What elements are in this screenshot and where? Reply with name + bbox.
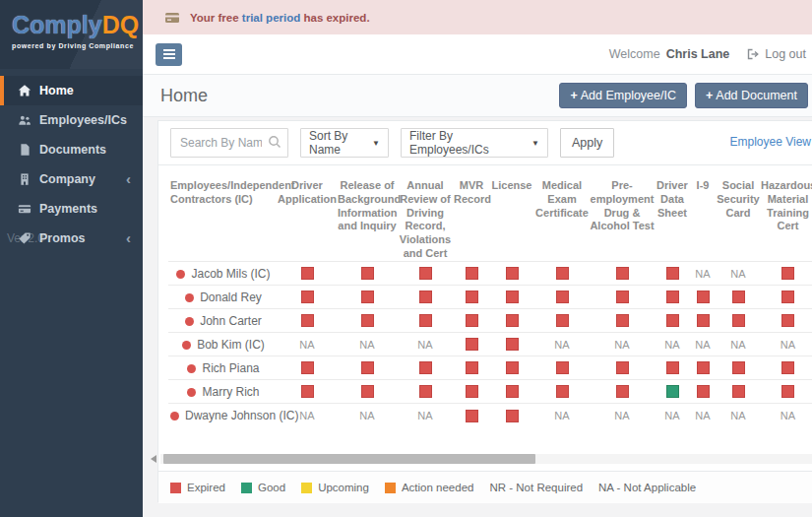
- status-square-expired[interactable]: [697, 385, 710, 398]
- status-square-expired[interactable]: [466, 314, 478, 327]
- status-cell: NA: [716, 332, 761, 355]
- plus-icon: +: [570, 89, 577, 102]
- na-value: NA: [781, 339, 795, 351]
- status-square-expired[interactable]: [506, 291, 519, 303]
- status-square-expired[interactable]: [556, 361, 569, 374]
- status-square-expired[interactable]: [506, 361, 519, 374]
- add-employee-button[interactable]: +Add Employee/IC: [559, 83, 687, 108]
- status-square-expired[interactable]: [556, 291, 569, 303]
- status-square-expired[interactable]: [419, 267, 432, 280]
- hamburger-menu-icon[interactable]: [156, 43, 182, 66]
- status-square-expired[interactable]: [506, 267, 519, 280]
- status-square-expired[interactable]: [419, 314, 432, 327]
- table-row: Jacob Mils (IC)NANA: [168, 261, 812, 285]
- status-square-expired[interactable]: [732, 385, 745, 398]
- status-square-expired[interactable]: [361, 385, 374, 398]
- status-square-expired[interactable]: [781, 291, 794, 303]
- status-square-expired[interactable]: [781, 361, 794, 374]
- employee-name-cell[interactable]: Marry Rich: [168, 379, 277, 403]
- trial-banner: Your free trial period has expired.: [143, 0, 812, 34]
- status-square-expired[interactable]: [781, 385, 794, 398]
- sidebar-item-payments[interactable]: Payments: [0, 194, 143, 224]
- status-square-expired[interactable]: [616, 314, 629, 327]
- sidebar-item-employees-ics[interactable]: Employees/ICs: [0, 105, 143, 135]
- status-cell: NA: [277, 332, 338, 355]
- status-square-expired[interactable]: [301, 314, 314, 327]
- status-square-expired[interactable]: [361, 267, 374, 280]
- sort-select[interactable]: Sort By Name ▼: [300, 128, 389, 158]
- status-dot-icon: [187, 364, 196, 373]
- status-square-expired[interactable]: [361, 314, 374, 327]
- legend-item-expired: Expired: [170, 482, 225, 493]
- employee-name: Marry Rich: [202, 385, 259, 399]
- status-square-expired[interactable]: [697, 361, 710, 374]
- employee-name-cell[interactable]: Jacob Mils (IC): [168, 261, 277, 285]
- status-square-expired[interactable]: [697, 291, 710, 303]
- employee-name-cell[interactable]: Dwayne Johnson (IC): [168, 403, 277, 426]
- status-square-expired[interactable]: [616, 291, 629, 303]
- compliance-table: Employees/Independent Contractors (IC)Dr…: [168, 165, 812, 426]
- employee-name-cell[interactable]: Donald Rey: [168, 285, 277, 308]
- sidebar-item-label: Promos: [39, 231, 86, 245]
- status-square-expired[interactable]: [301, 267, 314, 280]
- status-square-expired[interactable]: [666, 314, 679, 327]
- scrollbar-thumb[interactable]: [163, 454, 535, 464]
- logout-button[interactable]: Log out: [747, 47, 806, 61]
- status-square-expired[interactable]: [301, 291, 314, 303]
- apply-button[interactable]: Apply: [560, 128, 614, 158]
- add-document-button[interactable]: +Add Document: [695, 83, 808, 108]
- status-square-expired[interactable]: [419, 361, 432, 374]
- trial-period-link[interactable]: trial period: [242, 12, 300, 24]
- status-square-expired[interactable]: [466, 338, 478, 351]
- sidebar-item-home[interactable]: Home: [0, 76, 143, 105]
- status-square-expired[interactable]: [616, 361, 629, 374]
- status-square-good[interactable]: [666, 385, 679, 398]
- status-square-expired[interactable]: [556, 267, 569, 280]
- status-square-expired[interactable]: [666, 291, 679, 303]
- filter-select[interactable]: Filter By Employees/ICs ▼: [401, 128, 548, 158]
- status-square-expired[interactable]: [732, 361, 745, 374]
- status-square-expired[interactable]: [301, 361, 314, 374]
- employee-name-cell[interactable]: John Carter: [168, 308, 277, 332]
- sidebar-item-documents[interactable]: Documents: [0, 135, 143, 164]
- status-square-expired[interactable]: [697, 314, 710, 327]
- status-square-expired[interactable]: [301, 385, 314, 398]
- sidebar-item-company[interactable]: Company‹: [0, 164, 143, 194]
- legend-square-icon: [385, 483, 396, 493]
- status-square-expired[interactable]: [556, 385, 569, 398]
- caret-down-icon: ▼: [372, 139, 380, 148]
- status-square-expired[interactable]: [781, 314, 794, 327]
- status-square-expired[interactable]: [466, 291, 478, 303]
- status-square-expired[interactable]: [506, 410, 519, 422]
- status-square-expired[interactable]: [466, 385, 478, 398]
- scroll-left-arrow-icon[interactable]: [151, 455, 156, 463]
- status-square-expired[interactable]: [506, 314, 519, 327]
- status-square-expired[interactable]: [616, 385, 629, 398]
- status-cell: [690, 308, 716, 332]
- status-square-expired[interactable]: [616, 267, 629, 280]
- employee-view-link[interactable]: Employee View: [730, 135, 812, 149]
- employee-name-cell[interactable]: Bob Kim (IC): [168, 332, 277, 355]
- trial-banner-text: Your free trial period has expired.: [190, 12, 370, 24]
- status-square-expired[interactable]: [419, 385, 432, 398]
- status-square-expired[interactable]: [506, 385, 519, 398]
- status-square-expired[interactable]: [556, 314, 569, 327]
- sidebar-item-promos[interactable]: Ver 2.0Promos‹: [0, 224, 143, 253]
- status-cell: [761, 379, 812, 403]
- status-square-expired[interactable]: [361, 361, 374, 374]
- status-square-expired[interactable]: [732, 314, 745, 327]
- status-square-expired[interactable]: [466, 361, 478, 374]
- status-square-expired[interactable]: [419, 291, 432, 303]
- employee-name-cell[interactable]: Rich Piana: [168, 355, 277, 379]
- status-square-expired[interactable]: [466, 267, 478, 280]
- column-header-annual-review-of-driving-recor: Annual Review of Driving Record, Violati…: [397, 165, 454, 261]
- status-square-expired[interactable]: [781, 267, 794, 280]
- status-square-expired[interactable]: [466, 410, 478, 422]
- status-square-expired[interactable]: [666, 361, 679, 374]
- status-cell: [655, 285, 690, 308]
- status-square-expired[interactable]: [666, 267, 679, 280]
- status-square-expired[interactable]: [732, 291, 745, 303]
- horizontal-scrollbar[interactable]: [160, 454, 812, 464]
- status-square-expired[interactable]: [506, 338, 519, 351]
- status-square-expired[interactable]: [361, 291, 374, 303]
